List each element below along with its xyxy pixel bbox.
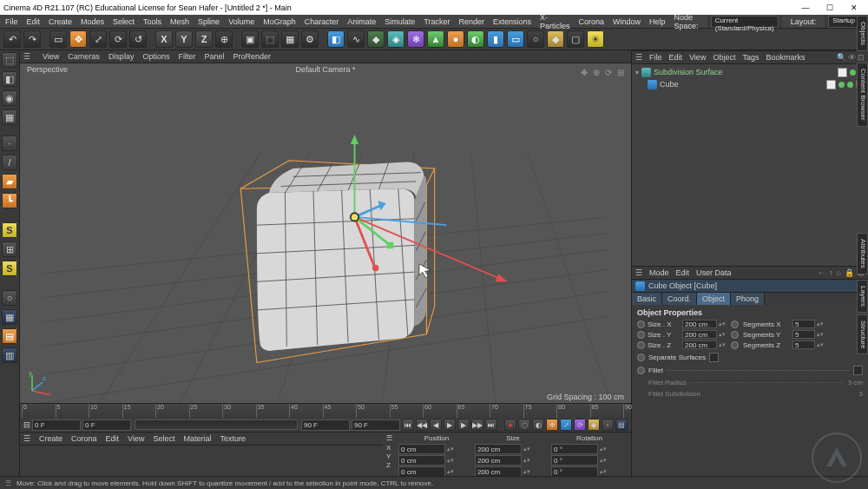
om-tags[interactable]: Tags	[742, 53, 759, 62]
bullet-icon[interactable]	[637, 341, 645, 349]
picture-viewer[interactable]: ▦	[281, 30, 299, 48]
polygon-mode[interactable]: ▰	[2, 174, 17, 189]
layout-dropdown[interactable]: Startup	[828, 16, 859, 28]
tl-prev-key[interactable]: ◀◀	[416, 419, 428, 431]
menu-tools[interactable]: Tools	[143, 17, 161, 26]
vp-menu-cameras[interactable]: Cameras	[68, 52, 100, 61]
attr-up-icon[interactable]: ↑	[829, 268, 833, 277]
snap-s2[interactable]: S	[2, 261, 17, 276]
window-minimize[interactable]: —	[799, 3, 812, 12]
snap-s[interactable]: S	[2, 222, 17, 238]
axis-mode[interactable]: ┗	[2, 193, 17, 208]
viewport-3d[interactable]: Perspective Default Camera * Grid Spacin…	[20, 63, 631, 403]
tl-frame-start-icon[interactable]: ⊟	[23, 420, 30, 429]
seg-y-input[interactable]	[792, 330, 815, 339]
axis-x[interactable]: X	[155, 30, 173, 48]
tl-next-key[interactable]: ▶▶	[471, 419, 483, 431]
attr-back-icon[interactable]: ←	[818, 268, 825, 277]
tl-goto-end[interactable]: ⏭	[485, 419, 497, 431]
window-close[interactable]: ✕	[847, 3, 861, 12]
tl-key-pla[interactable]: ▫	[602, 419, 614, 431]
menu-edit[interactable]: Edit	[27, 17, 41, 26]
tree-row-subdiv[interactable]: ▾ Subdivision Surface	[635, 66, 865, 78]
tree-row-cube[interactable]: Cube	[635, 78, 865, 90]
om-eye-icon[interactable]: 👁	[848, 53, 856, 62]
isoline-mode[interactable]: ▥	[2, 347, 17, 363]
vp-nav-pan-icon[interactable]: ✥	[579, 67, 589, 77]
tree-expand-icon[interactable]: ▾	[635, 69, 639, 76]
vp-nav-zoom-icon[interactable]: ⊕	[591, 67, 602, 77]
vp-menu-display[interactable]: Display	[108, 52, 135, 61]
tl-motion[interactable]: ▤	[615, 419, 628, 431]
add-tag[interactable]: ☀	[587, 30, 604, 48]
tl-start-a[interactable]	[32, 420, 81, 431]
mat-menu-edit[interactable]: Edit	[106, 434, 120, 443]
texture-mode[interactable]: ◉	[2, 90, 17, 106]
tl-end[interactable]	[301, 420, 350, 431]
attr-home-icon[interactable]: ⌂	[837, 268, 841, 277]
add-cube[interactable]: ◧	[327, 30, 345, 48]
om-object[interactable]: Object	[713, 53, 735, 62]
tl-goto-start[interactable]: ⏮	[402, 419, 414, 431]
menu-create[interactable]: Create	[49, 17, 72, 26]
add-environment[interactable]: ▮	[487, 30, 504, 48]
vp-menu-view[interactable]: View	[43, 52, 59, 61]
vtab-content[interactable]: Content Browser	[857, 63, 868, 127]
pos-y[interactable]	[398, 455, 445, 466]
add-deformer[interactable]: ◐	[467, 30, 484, 48]
tl-key-scale[interactable]: ⤢	[560, 419, 572, 431]
add-generator[interactable]: ◆	[367, 30, 385, 48]
tab-phong[interactable]: Phong	[731, 293, 765, 305]
attr-mode[interactable]: Mode	[649, 268, 669, 277]
attr-userdata[interactable]: User Data	[696, 268, 732, 277]
bullet-icon[interactable]	[637, 331, 645, 339]
bullet-icon[interactable]	[731, 341, 739, 349]
vtab-structure[interactable]: Structure	[857, 314, 868, 354]
menu-select[interactable]: Select	[113, 17, 135, 26]
tl-keyframe-sel[interactable]: ◐	[532, 419, 544, 431]
attr-lock-icon[interactable]: 🔒	[845, 268, 854, 277]
add-volume[interactable]: ❄	[407, 30, 424, 48]
tab-object[interactable]: Object	[697, 293, 731, 305]
add-camera[interactable]: ▭	[507, 30, 524, 48]
timeline-ruler[interactable]: 0 5 10 15 20 25 30 35 40 45 50 55 60 65 …	[22, 404, 629, 418]
axis-z[interactable]: Z	[195, 30, 213, 48]
mat-menu-select[interactable]: Select	[153, 434, 174, 443]
vp-menu-panel[interactable]: Panel	[204, 52, 224, 61]
vis-editor[interactable]	[850, 69, 856, 76]
menu-tracker[interactable]: Tracker	[424, 17, 450, 26]
tl-start-b[interactable]	[82, 420, 131, 431]
rot-x[interactable]	[551, 444, 598, 454]
select-tool[interactable]: ▭	[49, 30, 67, 48]
menu-corona[interactable]: Corona	[579, 17, 605, 26]
vp-nav-orbit-icon[interactable]: ⟳	[603, 67, 614, 77]
layer-toggle[interactable]	[838, 68, 847, 77]
bullet-icon[interactable]	[637, 320, 645, 328]
attr-edit[interactable]: Edit	[676, 268, 690, 277]
workplane-mode[interactable]: ▦	[2, 109, 17, 125]
tl-next-frame[interactable]: ▶	[457, 419, 470, 431]
tl-end2[interactable]	[352, 420, 400, 431]
vp-menu-filter[interactable]: Filter	[178, 52, 195, 61]
tab-coord[interactable]: Coord.	[662, 293, 697, 305]
rot-y[interactable]	[551, 455, 598, 466]
tl-record[interactable]: ●	[504, 419, 516, 431]
bullet-icon[interactable]	[637, 354, 645, 361]
tl-play[interactable]: ▶	[444, 419, 456, 431]
render-view[interactable]: ▣	[241, 30, 259, 48]
tree-label-subdiv[interactable]: Subdivision Surface	[654, 68, 723, 76]
last-tool[interactable]: ↺	[129, 30, 147, 48]
viewport-shading[interactable]: ▦	[2, 309, 17, 325]
tab-basic[interactable]: Basic	[632, 293, 662, 305]
mat-menu-material[interactable]: Material	[183, 434, 211, 443]
vp-nav-layout-icon[interactable]: ⊞	[615, 67, 626, 77]
add-corona2[interactable]: ▢	[567, 30, 584, 48]
viewport-solo[interactable]: ○	[2, 290, 17, 306]
material-menu-icon[interactable]: ☰	[23, 434, 30, 443]
om-close-icon[interactable]: ⊡	[858, 53, 865, 62]
vtab-attributes[interactable]: Attributes	[857, 233, 868, 274]
menu-spline[interactable]: Spline	[198, 17, 220, 26]
model-mode[interactable]: ◧	[2, 71, 17, 87]
menu-help[interactable]: Help	[649, 17, 666, 26]
size-z-input[interactable]	[682, 340, 717, 349]
